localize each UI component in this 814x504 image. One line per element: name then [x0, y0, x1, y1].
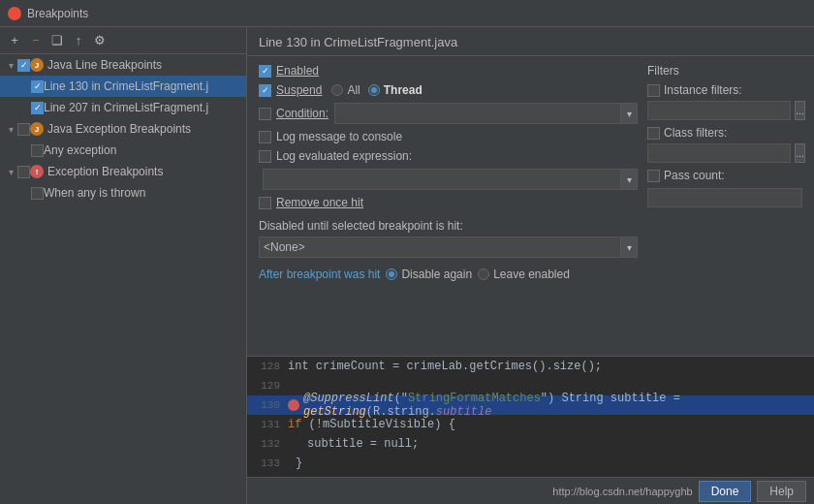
code-text-132: subtitle = null; — [288, 437, 419, 451]
exc-icon: ! — [30, 165, 44, 178]
log-expression-label: Log evaluated expression: — [276, 149, 412, 163]
bp3-label: Any exception — [44, 143, 116, 157]
condition-label: Condition: — [276, 107, 329, 120]
suspend-all-radio[interactable]: All — [331, 83, 360, 97]
remove-breakpoint-button[interactable]: − — [27, 32, 45, 49]
bp2-checkbox[interactable] — [31, 102, 44, 114]
instance-filter-checkbox[interactable] — [647, 84, 660, 97]
bp4-checkbox[interactable] — [31, 187, 44, 200]
class-filter-checkbox[interactable] — [647, 127, 660, 140]
line-num-128: 128 — [251, 361, 280, 372]
done-button[interactable]: Done — [699, 481, 752, 502]
line-num-131: 131 — [251, 419, 280, 430]
class-filter-label: Class filters: — [664, 126, 727, 140]
pass-count-input[interactable] — [647, 188, 802, 207]
tree-group-java-line[interactable]: ▾ J Java Line Breakpoints — [0, 54, 246, 76]
remove-once-check-label[interactable]: Remove once hit — [259, 196, 363, 209]
exc-label: Exception Breakpoints — [47, 165, 163, 178]
line-num-130: 130 — [251, 399, 280, 411]
add-breakpoint-button[interactable]: + — [6, 32, 23, 49]
tree-item-bp3[interactable]: Any exception — [0, 140, 246, 161]
condition-combo: ▾ — [334, 103, 638, 124]
condition-dropdown-btn[interactable]: ▾ — [620, 103, 638, 124]
disabled-until-row: Disabled until selected breakpoint is hi… — [259, 219, 638, 258]
instance-filter-input[interactable] — [647, 101, 791, 120]
group-checkbox-java-exc[interactable] — [17, 123, 30, 136]
main-container: + − ❏ ↑ ⚙ ▾ J Java Line Breakpoints Line… — [0, 27, 814, 504]
left-panel: + − ❏ ↑ ⚙ ▾ J Java Line Breakpoints Line… — [0, 27, 247, 504]
filters-title: Filters — [647, 64, 802, 78]
after-hit-prefix: After breakpoint was hit — [259, 268, 380, 281]
arrow-placeholder — [17, 103, 31, 113]
filters-section: Filters Instance filters: ... Class filt… — [647, 64, 802, 348]
java-exc-label: Java Exception Breakpoints — [47, 122, 191, 136]
log-expression-checkbox[interactable] — [259, 150, 271, 163]
class-filter-btn[interactable]: ... — [795, 143, 805, 163]
bp4-label: When any is thrown — [44, 186, 145, 200]
remove-once-row: Remove once hit — [259, 196, 638, 209]
breakpoints-tree: ▾ J Java Line Breakpoints Line 130 in Cr… — [0, 54, 246, 504]
suspend-thread-radio[interactable]: Thread — [368, 83, 423, 97]
enabled-checkbox[interactable] — [259, 65, 271, 78]
log-expression-check-label[interactable]: Log evaluated expression: — [259, 149, 412, 163]
code-text-128: int crimeCount = crimeLab.getCrimes().si… — [288, 360, 602, 373]
help-button[interactable]: Help — [757, 481, 806, 502]
log-expression-input-row: ▾ — [263, 169, 638, 190]
disable-again-radio-circle[interactable] — [386, 268, 397, 280]
enabled-check-label[interactable]: Enabled — [259, 64, 319, 78]
tree-item-bp4[interactable]: When any is thrown — [0, 182, 246, 204]
code-text-130: @SuppressLint("StringFormatMatches") Str… — [303, 392, 814, 419]
class-filter-input[interactable] — [647, 143, 791, 163]
duplicate-breakpoint-button[interactable]: ❏ — [48, 32, 66, 49]
arrow-placeholder — [17, 188, 31, 199]
instance-filter-btn[interactable]: ... — [795, 101, 805, 120]
log-message-checkbox[interactable] — [259, 131, 271, 143]
code-line-132: 132 subtitle = null; — [247, 434, 814, 454]
condition-input[interactable] — [334, 103, 620, 124]
tree-group-exc[interactable]: ▾ ! Exception Breakpoints — [0, 161, 246, 182]
leave-enabled-radio[interactable]: Leave enabled — [478, 268, 570, 281]
pass-count-input-row — [647, 186, 802, 207]
log-message-check-label[interactable]: Log message to console — [259, 130, 402, 143]
enabled-row: Enabled — [259, 64, 638, 78]
group-checkbox-java-line[interactable] — [17, 59, 30, 72]
class-filter-input-row: ... — [647, 143, 802, 163]
bp1-label: Line 130 in CrimeListFragment.j — [44, 79, 208, 93]
class-filter-row: Class filters: — [647, 126, 802, 140]
breakpoint-indicator — [288, 399, 299, 411]
code-area: 128 int crimeCount = crimeLab.getCrimes(… — [247, 356, 814, 477]
settings-button[interactable]: ⚙ — [91, 32, 109, 49]
export-breakpoints-button[interactable]: ↑ — [70, 32, 87, 49]
enabled-label: Enabled — [276, 64, 319, 78]
tree-group-java-exc[interactable]: ▾ J Java Exception Breakpoints — [0, 118, 246, 140]
thread-radio-circle[interactable] — [368, 84, 380, 96]
tree-item-bp2[interactable]: Line 207 in CrimeListFragment.j — [0, 97, 246, 118]
condition-check-label[interactable]: Condition: — [259, 107, 329, 120]
tree-item-bp1[interactable]: Line 130 in CrimeListFragment.j — [0, 76, 246, 97]
disabled-until-dropdown-btn[interactable]: ▾ — [620, 236, 638, 258]
pass-count-checkbox[interactable] — [647, 170, 660, 182]
log-expression-input[interactable] — [263, 169, 620, 190]
bp3-checkbox[interactable] — [31, 144, 44, 157]
arrow-placeholder — [17, 81, 31, 92]
arrow-icon: ▾ — [4, 124, 17, 135]
leave-enabled-radio-circle[interactable] — [478, 268, 489, 280]
suspend-checkbox[interactable] — [259, 84, 271, 97]
condition-checkbox[interactable] — [259, 108, 271, 120]
disable-again-radio[interactable]: Disable again — [386, 268, 472, 281]
group-checkbox-exc[interactable] — [17, 166, 30, 178]
suspend-label: Suspend — [276, 83, 322, 97]
log-expression-dropdown-btn[interactable]: ▾ — [620, 169, 638, 190]
code-text-133: } — [288, 457, 302, 470]
right-panel: Line 130 in CrimeListFragment.java Enabl… — [247, 27, 814, 504]
disabled-until-input[interactable] — [259, 236, 620, 258]
all-radio-circle[interactable] — [331, 84, 343, 96]
suspend-check-label[interactable]: Suspend — [259, 83, 322, 97]
java-line-label: Java Line Breakpoints — [47, 58, 162, 72]
leave-enabled-label: Leave enabled — [493, 268, 570, 281]
bp1-checkbox[interactable] — [31, 80, 44, 93]
toolbar: + − ❏ ↑ ⚙ — [0, 27, 246, 54]
remove-once-checkbox[interactable] — [259, 197, 271, 209]
condition-row: Condition: ▾ — [259, 103, 638, 124]
after-hit-row: After breakpoint was hit Disable again L… — [259, 268, 638, 281]
